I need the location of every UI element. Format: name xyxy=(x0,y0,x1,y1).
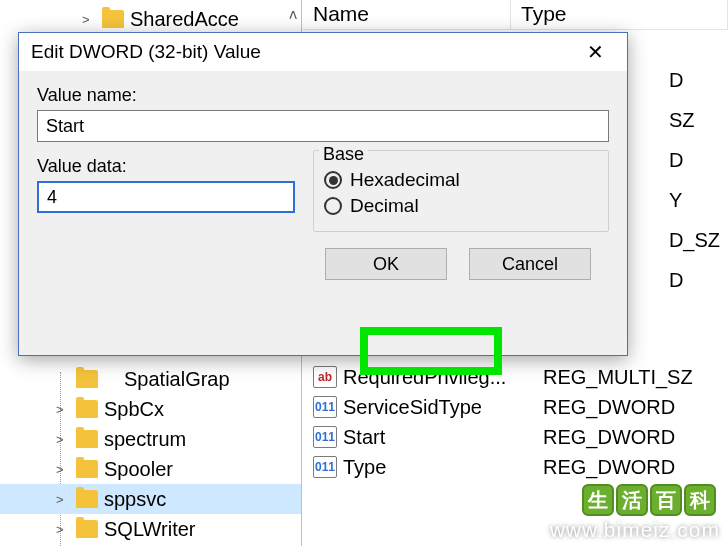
folder-icon xyxy=(76,460,98,478)
ok-button[interactable]: OK xyxy=(325,248,447,280)
list-item[interactable]: 011 ServiceSidType REG_DWORD xyxy=(303,392,728,422)
tree-item[interactable]: > Spooler xyxy=(0,454,301,484)
reg-dword-icon: 011 xyxy=(313,456,337,478)
folder-icon xyxy=(102,10,124,28)
value-data-input[interactable] xyxy=(37,181,295,213)
tree-item-label: sppsvc xyxy=(104,488,166,511)
tree-item-label: SpbCx xyxy=(104,398,164,421)
base-group-label: Base xyxy=(319,144,368,165)
value-type: REG_MULTI_SZ xyxy=(543,366,728,389)
dialog-titlebar[interactable]: Edit DWORD (32-bit) Value ✕ xyxy=(19,33,627,71)
value-name-label: Value name: xyxy=(37,85,609,106)
value-name: Start xyxy=(343,426,543,449)
folder-icon xyxy=(76,430,98,448)
chevron-right-icon: > xyxy=(56,402,70,417)
value-name: RequiredPrivileg... xyxy=(343,366,543,389)
list-item[interactable]: 011 Start REG_DWORD xyxy=(303,422,728,452)
column-type[interactable]: Type xyxy=(511,0,728,29)
tree-item-sharedaccess[interactable]: > SharedAcce ʌ xyxy=(0,4,301,34)
peek-type: D xyxy=(669,260,720,300)
watermark-badge: 生 活 百 科 xyxy=(582,484,716,516)
reg-string-icon: ab xyxy=(313,366,337,388)
close-icon[interactable]: ✕ xyxy=(575,40,615,64)
value-type: REG_DWORD xyxy=(543,396,728,419)
peek-type: SZ xyxy=(669,100,720,140)
tree-item[interactable]: > SpbCx xyxy=(0,394,301,424)
folder-icon xyxy=(76,370,98,388)
scroll-up-icon[interactable]: ʌ xyxy=(289,6,297,22)
column-name[interactable]: Name xyxy=(303,0,511,29)
reg-dword-icon: 011 xyxy=(313,396,337,418)
value-name: Type xyxy=(343,456,543,479)
list-header: Name Type xyxy=(303,0,728,30)
radio-label: Hexadecimal xyxy=(350,169,460,191)
watermark-url: www.bimeiz.com xyxy=(550,518,720,542)
value-name: ServiceSidType xyxy=(343,396,543,419)
tree-item[interactable]: SpatialGrap xyxy=(0,364,301,394)
radio-icon xyxy=(324,171,342,189)
value-type: REG_DWORD xyxy=(543,426,728,449)
value-name-input[interactable] xyxy=(37,110,609,142)
radio-decimal[interactable]: Decimal xyxy=(324,195,598,217)
folder-icon xyxy=(76,400,98,418)
chevron-right-icon: > xyxy=(56,492,70,507)
value-type: REG_DWORD xyxy=(543,456,728,479)
peek-type: Y xyxy=(669,180,720,220)
peek-type: D_SZ xyxy=(669,220,720,260)
folder-icon xyxy=(76,490,98,508)
radio-hexadecimal[interactable]: Hexadecimal xyxy=(324,169,598,191)
tree-item-label: SharedAcce xyxy=(130,8,239,31)
peek-type: D xyxy=(669,140,720,180)
tree-item-label: spectrum xyxy=(104,428,186,451)
chevron-right-icon: > xyxy=(56,432,70,447)
chevron-right-icon: > xyxy=(56,462,70,477)
tree-item-selected[interactable]: > sppsvc xyxy=(0,484,301,514)
cancel-button[interactable]: Cancel xyxy=(469,248,591,280)
radio-icon xyxy=(324,197,342,215)
tree-item[interactable]: > SQLWriter xyxy=(0,514,301,544)
reg-dword-icon: 011 xyxy=(313,426,337,448)
value-data-label: Value data: xyxy=(37,156,295,177)
tree-item[interactable]: > spectrum xyxy=(0,424,301,454)
chevron-right-icon: > xyxy=(82,12,96,27)
chevron-right-icon: > xyxy=(56,522,70,537)
folder-icon xyxy=(76,520,98,538)
list-item[interactable]: 011 Type REG_DWORD xyxy=(303,452,728,482)
peek-type: D xyxy=(669,60,720,100)
radio-label: Decimal xyxy=(350,195,419,217)
tree-item-label: SpatialGrap xyxy=(124,368,230,391)
list-item[interactable]: ab RequiredPrivileg... REG_MULTI_SZ xyxy=(303,362,728,392)
edit-dword-dialog: Edit DWORD (32-bit) Value ✕ Value name: … xyxy=(18,32,628,356)
tree-item-label: Spooler xyxy=(104,458,173,481)
tree-item-label: SQLWriter xyxy=(104,518,196,541)
dialog-title-text: Edit DWORD (32-bit) Value xyxy=(31,41,261,63)
